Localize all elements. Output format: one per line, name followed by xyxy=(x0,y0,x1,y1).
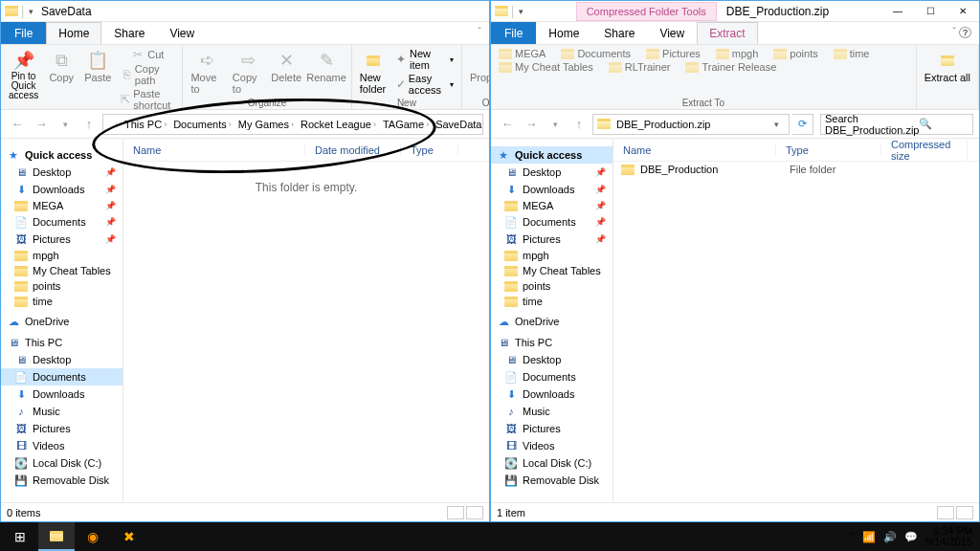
ribbon-collapse-icon[interactable]: ˇ ? xyxy=(945,22,979,44)
file-tab[interactable]: File xyxy=(491,22,536,44)
tree-item[interactable]: 💾Removable Disk xyxy=(491,472,612,489)
new-folder-button[interactable]: New folder xyxy=(356,47,390,97)
qat-dropdown-icon[interactable]: ▾ xyxy=(519,7,523,16)
copy-to-button[interactable]: ⇨Copy to xyxy=(229,47,267,97)
tree-item[interactable]: 🖥Desktop📌 xyxy=(1,164,122,181)
ribbon-collapse-icon[interactable]: ˇ xyxy=(470,22,489,44)
copy-path-button[interactable]: ⎘Copy path xyxy=(117,62,178,87)
tree-item[interactable]: My Cheat Tables xyxy=(1,263,122,278)
tree-item[interactable]: MEGA📌 xyxy=(1,198,122,213)
tray-volume-icon[interactable]: 🔊 xyxy=(883,531,897,543)
tree-quick-access[interactable]: ★Quick access xyxy=(491,146,612,164)
tree-item[interactable]: mpgh xyxy=(1,248,122,263)
tree-item[interactable]: 📄Documents📌 xyxy=(1,213,122,231)
qat-dropdown-icon[interactable]: ▾ xyxy=(29,7,33,16)
tray-chevron-icon[interactable]: ˄ xyxy=(849,531,855,543)
tab-view[interactable]: View xyxy=(647,22,697,44)
properties-button[interactable]: ✔Properties xyxy=(466,47,489,85)
new-item-button[interactable]: ✦New item▾ xyxy=(392,47,457,72)
extract-dest[interactable]: mpgh xyxy=(712,47,763,60)
system-tray[interactable]: ˄ 📶 🔊 💬 6:34 PM9/14/2015 xyxy=(849,526,978,547)
view-icons-button[interactable] xyxy=(956,506,973,519)
close-button[interactable]: ✕ xyxy=(947,1,979,22)
breadcrumb[interactable]: This PC› xyxy=(122,119,169,130)
breadcrumb[interactable]: Documents› xyxy=(170,119,234,130)
view-details-button[interactable] xyxy=(447,506,464,519)
paste-button[interactable]: 📋Paste xyxy=(80,47,115,85)
extract-dest[interactable]: Pictures xyxy=(642,47,704,60)
breadcrumb[interactable]: Rocket League› xyxy=(298,119,379,130)
extract-dest[interactable]: Trainer Release xyxy=(681,60,780,74)
up-button[interactable]: ↑ xyxy=(78,114,100,135)
search-input[interactable]: Search DBE_Production.zip🔍 xyxy=(820,114,973,135)
tree-this-pc[interactable]: 🖥This PC xyxy=(491,334,612,351)
extract-dest[interactable]: RLTrainer xyxy=(605,60,675,74)
tab-extract[interactable]: Extract xyxy=(697,22,757,44)
tree-item[interactable]: My Cheat Tables xyxy=(491,263,612,278)
pin-quickaccess-button[interactable]: 📌Pin to Quick access xyxy=(5,47,42,102)
file-list[interactable]: DBE_Production File folder xyxy=(613,162,979,502)
extract-dest[interactable]: My Cheat Tables xyxy=(495,60,597,74)
address-bar[interactable]: › This PC› Documents› My Games› Rocket L… xyxy=(102,114,483,135)
tree-item[interactable]: 🖥Desktop xyxy=(1,351,122,368)
column-headers[interactable]: Name Type Compressed size xyxy=(613,139,979,162)
paste-shortcut-button[interactable]: ⇱Paste shortcut xyxy=(117,87,178,110)
col-date[interactable]: Date modified xyxy=(305,144,401,156)
file-tab[interactable]: File xyxy=(1,22,46,44)
tree-item[interactable]: 🖼Pictures xyxy=(491,420,612,437)
tree-item[interactable]: 🖼Pictures xyxy=(1,420,122,437)
view-icons-button[interactable] xyxy=(466,506,483,519)
tree-this-pc[interactable]: 🖥This PC xyxy=(1,334,122,351)
col-csize[interactable]: Compressed size xyxy=(881,139,968,162)
col-type[interactable]: Type xyxy=(776,144,881,156)
recent-dropdown[interactable]: ▾ xyxy=(55,114,76,135)
tree-item[interactable]: MEGA📌 xyxy=(491,198,612,213)
column-headers[interactable]: Name Date modified Type xyxy=(123,139,489,162)
list-item[interactable]: DBE_Production File folder xyxy=(613,162,979,177)
titlebar[interactable]: │▾ Compressed Folder Tools DBE_Productio… xyxy=(491,1,979,22)
view-details-button[interactable] xyxy=(937,506,954,519)
taskbar-explorer[interactable] xyxy=(38,522,75,551)
tree-item[interactable]: 🖼Pictures📌 xyxy=(491,231,612,248)
tree-item[interactable]: 💽Local Disk (C:) xyxy=(1,454,122,472)
forward-button[interactable]: → xyxy=(521,114,542,135)
tab-view[interactable]: View xyxy=(157,22,207,44)
breadcrumb[interactable]: TAGame› xyxy=(380,119,432,130)
tree-item[interactable]: 📄Documents📌 xyxy=(491,213,612,231)
back-button[interactable]: ← xyxy=(497,114,518,135)
refresh-button[interactable]: ⟳ xyxy=(792,114,813,135)
tree-item[interactable]: ♪Music xyxy=(491,403,612,420)
tree-item-documents[interactable]: 📄Documents xyxy=(1,368,122,386)
minimize-button[interactable]: — xyxy=(881,1,914,22)
move-to-button[interactable]: ➪Move to xyxy=(187,47,226,97)
delete-button[interactable]: ✕Delete xyxy=(269,47,303,85)
tree-item[interactable]: points xyxy=(491,278,612,294)
tree-onedrive[interactable]: ☁OneDrive xyxy=(1,313,122,330)
breadcrumb[interactable]: SaveData xyxy=(433,119,483,130)
tree-item[interactable]: 🖥Desktop xyxy=(491,351,612,368)
tab-home[interactable]: Home xyxy=(46,22,101,44)
col-type[interactable]: Type xyxy=(401,144,458,156)
tab-share[interactable]: Share xyxy=(101,22,157,44)
taskbar-firefox[interactable]: ◉ xyxy=(75,522,111,551)
taskbar-app[interactable]: ✖ xyxy=(111,522,147,551)
extract-dest[interactable]: time xyxy=(830,47,874,60)
copy-button[interactable]: ⧉Copy xyxy=(44,47,78,85)
tray-network-icon[interactable]: 📶 xyxy=(862,531,876,543)
tree-item[interactable]: ♪Music xyxy=(1,403,122,420)
tree-item[interactable]: 💽Local Disk (C:) xyxy=(491,454,612,472)
col-name[interactable]: Name xyxy=(123,144,305,156)
extract-all-button[interactable]: Extract all xyxy=(921,47,974,85)
up-button[interactable]: ↑ xyxy=(568,114,590,135)
tree-item[interactable]: ⬇Downloads📌 xyxy=(1,181,122,198)
tree-quick-access[interactable]: ★Quick access xyxy=(1,146,122,164)
nav-tree[interactable]: ★Quick access 🖥Desktop📌 ⬇Downloads📌 MEGA… xyxy=(491,139,613,502)
maximize-button[interactable]: ☐ xyxy=(914,1,947,22)
taskbar[interactable]: ⊞ ◉ ✖ ˄ 📶 🔊 💬 6:34 PM9/14/2015 xyxy=(0,522,980,551)
cut-button[interactable]: ✂Cut xyxy=(117,47,178,62)
tray-notification-icon[interactable]: 💬 xyxy=(904,531,918,543)
tree-item[interactable]: ⬇Downloads xyxy=(491,386,612,403)
tree-item[interactable]: 🖥Desktop📌 xyxy=(491,164,612,181)
back-button[interactable]: ← xyxy=(7,114,28,135)
tree-item[interactable]: 💾Removable Disk xyxy=(1,472,122,489)
